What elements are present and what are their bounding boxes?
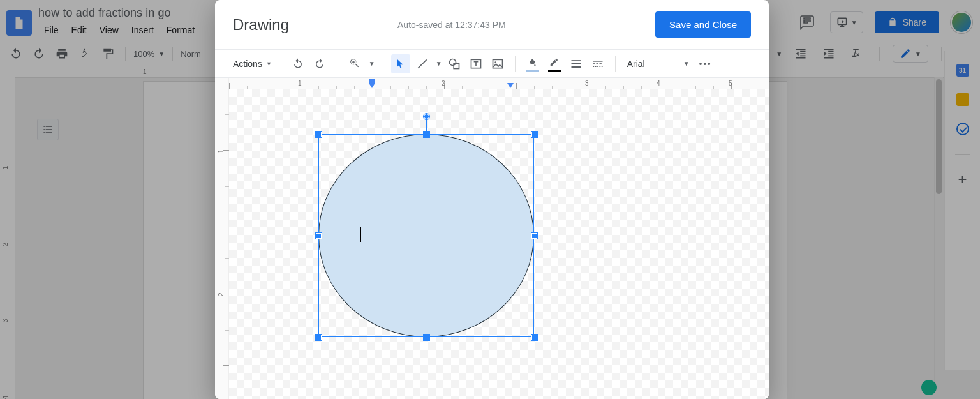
svg-rect-6 — [571, 63, 581, 64]
border-weight-icon[interactable] — [567, 54, 586, 73]
svg-rect-8 — [593, 61, 602, 62]
resize-handle-e[interactable] — [531, 233, 537, 239]
resize-handle-se[interactable] — [531, 335, 537, 340]
border-dash-icon[interactable] — [588, 54, 607, 73]
border-color-icon[interactable] — [545, 54, 564, 73]
fill-color-icon[interactable] — [523, 54, 542, 73]
select-tool-icon[interactable] — [391, 54, 410, 73]
svg-rect-14 — [597, 66, 598, 67]
rotation-handle[interactable] — [424, 114, 429, 119]
resize-handle-sw[interactable] — [316, 335, 322, 340]
svg-rect-10 — [596, 63, 598, 64]
svg-rect-13 — [595, 66, 596, 67]
textbox-tool-icon[interactable] — [466, 54, 486, 73]
resize-handle-s[interactable] — [424, 335, 429, 340]
resize-handle-nw[interactable] — [316, 132, 322, 137]
resize-handle-w[interactable] — [316, 233, 322, 239]
drawing-modal: Drawing Auto-saved at 12:37:43 PM Save a… — [215, 0, 769, 399]
more-options-icon[interactable]: ••• — [696, 54, 715, 73]
resize-handle-ne[interactable] — [531, 132, 537, 137]
line-tool-icon[interactable] — [413, 54, 432, 73]
indent-right-marker[interactable] — [507, 83, 514, 88]
undo-icon[interactable] — [289, 54, 308, 73]
shape-tool-icon[interactable] — [445, 54, 464, 73]
svg-rect-7 — [571, 66, 581, 68]
line-dropdown-icon[interactable]: ▼ — [436, 60, 442, 67]
modal-header: Drawing Auto-saved at 12:37:43 PM Save a… — [215, 0, 769, 49]
actions-menu[interactable]: Actions▼ — [232, 59, 273, 69]
svg-rect-16 — [601, 66, 602, 67]
drawing-horizontal-ruler: 1 2 3 4 5 — [229, 78, 769, 89]
svg-rect-1 — [454, 63, 459, 68]
text-cursor — [360, 227, 361, 242]
font-select[interactable]: Arial ▼ — [623, 55, 694, 73]
fill-color-swatch — [526, 70, 539, 72]
drawing-vertical-ruler: 1 2 — [215, 78, 229, 399]
indent-left-marker[interactable] — [369, 83, 375, 88]
svg-rect-9 — [593, 63, 595, 64]
zoom-dropdown-icon[interactable]: ▼ — [369, 60, 375, 67]
svg-point-0 — [449, 59, 456, 65]
zoom-icon[interactable] — [346, 54, 365, 73]
redo-icon[interactable] — [311, 54, 330, 73]
resize-handle-n[interactable] — [424, 132, 429, 137]
svg-rect-15 — [599, 66, 600, 67]
svg-rect-12 — [593, 66, 594, 67]
modal-title: Drawing — [233, 16, 289, 34]
image-tool-icon[interactable] — [488, 54, 507, 73]
svg-rect-11 — [599, 63, 601, 64]
drawing-toolbar: Actions▼ ▼ ▼ — [215, 50, 769, 78]
border-color-swatch — [548, 70, 561, 72]
selection-box — [318, 134, 534, 337]
autosave-status: Auto-saved at 12:37:43 PM — [397, 20, 506, 30]
save-and-close-button[interactable]: Save and Close — [655, 11, 751, 38]
svg-rect-5 — [571, 60, 581, 61]
svg-point-4 — [494, 61, 496, 63]
drawing-canvas[interactable] — [229, 89, 769, 399]
